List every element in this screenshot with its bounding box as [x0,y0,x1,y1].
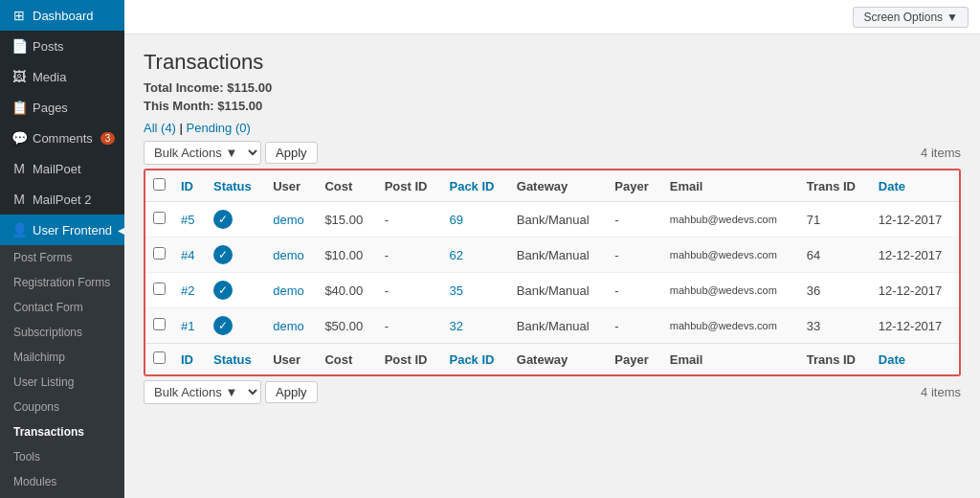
this-month-value: $115.00 [217,99,262,113]
sidebar-item-mailpoet[interactable]: M MailPoet [0,153,124,184]
apply-button-bottom[interactable]: Apply [265,381,318,403]
row-checkbox-cell [145,202,173,238]
screen-options-button[interactable]: Screen Options ▼ [853,7,969,28]
row-id: #4 [173,238,206,273]
row-user: demo [265,202,317,238]
th-id-link[interactable]: ID [181,179,193,193]
select-all-checkbox[interactable] [153,178,166,191]
sidebar-item-media[interactable]: 🖼 Media [0,61,124,92]
dashboard-icon: ⊞ [11,8,27,23]
topbar: Screen Options ▼ [124,0,980,34]
sidebar-item-registration-forms[interactable]: Registration Forms [0,270,124,295]
tf-id-link[interactable]: ID [181,352,193,367]
th-status-link[interactable]: Status [213,179,252,193]
row-pack-id-link[interactable]: 62 [449,248,462,262]
sidebar-item-transactions[interactable]: Transactions [0,419,124,444]
row-post-id: - [377,273,442,308]
chevron-left-icon: ◀ [118,225,124,236]
status-check-icon: ✓ [213,245,233,264]
row-payer: - [607,238,661,273]
row-email: mahbub@wedevs.com [662,308,799,344]
sidebar-item-mailchimp[interactable]: Mailchimp [0,345,124,370]
row-pack-id-link[interactable]: 35 [449,283,462,298]
sidebar-item-label: MailPoet [33,162,81,176]
row-status: ✓ [206,202,265,238]
row-date: 12-12-2017 [871,273,959,308]
sidebar-item-posts[interactable]: 📄 Posts [0,31,124,61]
sidebar-item-comments[interactable]: 💬 Comments 3 [0,123,124,153]
row-checkbox[interactable] [153,283,166,295]
row-id-link[interactable]: #2 [181,283,194,298]
filter-links: All (4) | Pending (0) [144,121,961,135]
tablenav-bottom: Bulk Actions ▼ Apply 4 items [144,380,961,404]
row-pack-id-link[interactable]: 32 [449,319,462,333]
row-checkbox[interactable] [153,247,166,260]
row-pack-id-link[interactable]: 69 [449,213,462,227]
sidebar-item-user-frontend[interactable]: 👤 User Frontend ◀ [0,215,124,245]
row-user-link[interactable]: demo [273,283,304,298]
row-user: demo [265,273,317,308]
comments-badge: 3 [100,132,116,145]
sidebar-item-tools[interactable]: Tools [0,444,124,469]
page-title: Transactions [144,50,961,75]
th-email: Email [662,170,799,202]
sidebar-item-label: Post Forms [13,251,72,264]
tf-post-id: Post ID [377,344,442,375]
row-id-link[interactable]: #4 [181,248,194,262]
row-trans-id: 71 [799,202,871,238]
filter-all-link[interactable]: All (4) [144,121,176,135]
sidebar-item-label: Contact Form [13,301,83,314]
tf-pack-id-link[interactable]: Pack ID [449,352,494,367]
th-pack-id-link[interactable]: Pack ID [449,179,494,193]
row-gateway: Bank/Manual [509,238,608,273]
sidebar-item-label: Posts [33,39,64,54]
sidebar-item-mailpoet2[interactable]: M MailPoet 2 [0,184,124,215]
sidebar-item-modules[interactable]: Modules [0,469,124,494]
this-month-stat: This Month: $115.00 [144,99,961,113]
row-cost: $40.00 [317,273,376,308]
bulk-actions-select-top[interactable]: Bulk Actions ▼ [144,141,261,165]
tablenav-top-left: Bulk Actions ▼ Apply [144,141,318,165]
th-post-id: Post ID [377,170,442,202]
sidebar-item-help[interactable]: Help [0,494,124,498]
tf-date-link[interactable]: Date [879,352,905,367]
row-trans-id: 33 [799,308,871,344]
sidebar-item-post-forms[interactable]: Post Forms [0,245,124,270]
row-post-id: - [377,238,442,273]
apply-button-top[interactable]: Apply [265,142,318,164]
th-pack-id: Pack ID [441,170,508,202]
row-id-link[interactable]: #5 [181,213,194,227]
row-email: mahbub@wedevs.com [662,202,799,238]
sidebar-item-label: Media [33,70,66,84]
sidebar-item-label: Subscriptions [13,326,82,339]
row-id-link[interactable]: #1 [181,319,194,333]
row-user-link[interactable]: demo [273,248,304,262]
tf-checkbox [145,344,173,375]
tf-status-link[interactable]: Status [213,352,252,367]
sidebar-item-label: Mailchimp [13,351,65,364]
th-date-link[interactable]: Date [879,179,905,193]
sidebar-item-coupons[interactable]: Coupons [0,395,124,419]
sidebar-item-label: Modules [13,475,56,488]
row-checkbox[interactable] [153,318,166,330]
bulk-actions-select-bottom[interactable]: Bulk Actions ▼ [144,380,261,404]
select-all-checkbox-bottom[interactable] [153,351,166,364]
row-pack-id: 69 [441,202,508,238]
sidebar-item-subscriptions[interactable]: Subscriptions [0,320,124,345]
row-checkbox-cell [145,238,173,273]
sidebar-item-dashboard[interactable]: ⊞ Dashboard [0,0,124,31]
sidebar-item-contact-form[interactable]: Contact Form [0,295,124,320]
row-checkbox-cell [145,308,173,344]
row-user-link[interactable]: demo [273,213,304,227]
th-checkbox [145,170,173,202]
sidebar-item-label: Tools [13,450,40,464]
row-checkbox[interactable] [153,212,166,224]
sidebar-item-user-listing[interactable]: User Listing [0,370,124,395]
tf-email: Email [662,344,799,375]
sidebar-item-label: Transactions [13,425,84,439]
row-user-link[interactable]: demo [273,319,304,333]
filter-pending-link[interactable]: Pending (0) [187,121,251,135]
tf-cost: Cost [317,344,376,375]
total-income-stat: Total Income: $115.00 [144,80,961,95]
sidebar-item-pages[interactable]: 📋 Pages [0,92,124,123]
